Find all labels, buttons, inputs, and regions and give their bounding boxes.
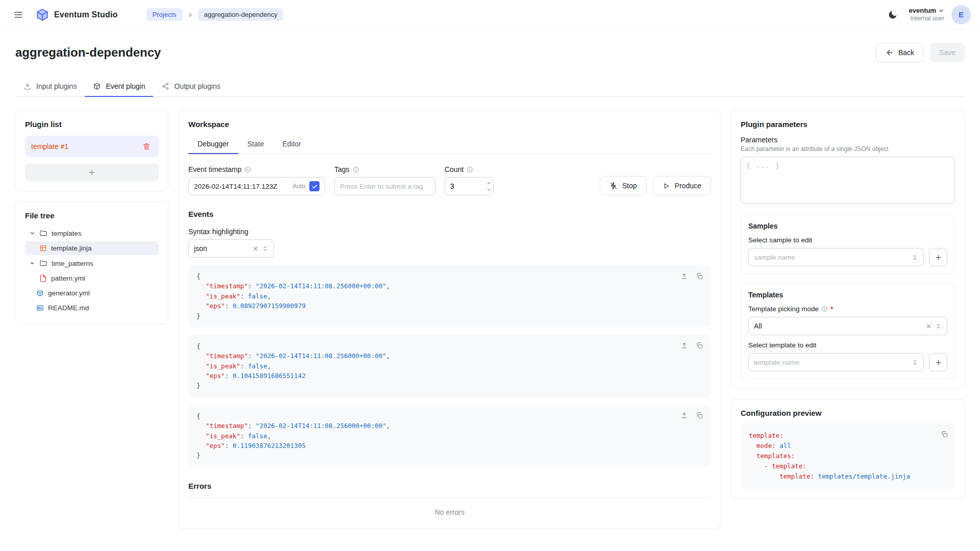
produce-button[interactable]: Produce (653, 176, 711, 195)
count-field-group: Count (445, 165, 494, 195)
template-picking-mode-select[interactable]: All (748, 317, 947, 335)
templates-section: Templates Template picking mode * All (741, 283, 955, 379)
theme-toggle-button[interactable] (884, 6, 902, 24)
chevron-down-icon (29, 260, 35, 266)
tree-file-generator-yml-label: generator.yml (48, 289, 90, 297)
export-event-button[interactable] (677, 409, 691, 422)
add-plugin-button[interactable] (25, 163, 159, 182)
back-button-label: Back (898, 48, 914, 57)
tree-file-template-jinja[interactable]: template.jinja (25, 241, 159, 255)
folder-icon (39, 259, 47, 267)
tree-folder-time-patterns-label: time_patterns (52, 260, 93, 267)
tree-folder-templates[interactable]: templates (25, 226, 159, 240)
tab-editor[interactable]: Editor (273, 135, 310, 154)
tab-debugger[interactable]: Debugger (188, 135, 238, 154)
plus-icon (935, 359, 942, 366)
event-json-card: { "timestamp": "2026-02-14T14:11:08.2560… (188, 335, 711, 397)
errors-title: Errors (188, 482, 711, 490)
workspace-card: Workspace Debugger State Editor Event ti… (179, 110, 721, 529)
stop-button[interactable]: Stop (600, 176, 647, 195)
yaml-file-icon (39, 274, 47, 282)
event-json-card: { "timestamp": "2026-02-14T14:11:08.2560… (188, 265, 711, 328)
syntax-select-value: json (194, 244, 248, 253)
export-event-button[interactable] (677, 339, 691, 353)
back-button[interactable]: Back (876, 43, 924, 62)
tab-input-plugins[interactable]: Input plugins (15, 77, 85, 97)
page: aggregation-dependency Back Save Input p… (0, 43, 980, 549)
debugger-form: Event timestamp Auto (188, 165, 711, 195)
count-decrement-button[interactable] (486, 186, 492, 193)
hamburger-menu-button[interactable] (9, 6, 28, 24)
arrow-left-icon (886, 48, 894, 57)
tags-input[interactable] (334, 177, 435, 195)
syntax-select[interactable]: json (188, 239, 274, 258)
template-file-icon (39, 244, 47, 252)
timestamp-label: Event timestamp (188, 165, 241, 173)
info-icon (467, 166, 473, 173)
tab-state[interactable]: State (238, 135, 274, 154)
plus-icon (935, 254, 942, 261)
left-sidebar: Plugin list template #1 File tree (15, 110, 168, 324)
breadcrumb-projects[interactable]: Projects (146, 8, 183, 21)
template-picking-mode-label: Template picking mode (748, 305, 819, 313)
copy-event-button[interactable] (693, 409, 706, 422)
app-logo-icon (36, 8, 49, 21)
config-preview-title: Configuration preview (741, 409, 955, 417)
timestamp-input[interactable] (194, 183, 288, 190)
config-preview-card: Configuration preview template: mode: al… (731, 399, 965, 498)
tab-output-plugins[interactable]: Output plugins (153, 77, 228, 97)
syntax-highlighting-label: Syntax highlighting (188, 228, 711, 236)
tab-event-plugin[interactable]: Event plugin (85, 77, 153, 97)
chevron-down-icon (29, 230, 35, 236)
clear-icon[interactable] (925, 323, 932, 330)
tree-file-readme-md-label: README.md (48, 304, 89, 312)
tags-field-group: Tags (334, 165, 435, 195)
delete-plugin-button[interactable] (140, 140, 153, 153)
event-json: { "timestamp": "2026-02-14T14:11:08.2560… (197, 411, 703, 461)
select-template-label: Select template to edit (748, 341, 947, 349)
info-icon (244, 166, 251, 173)
tree-file-template-jinja-label: template.jinja (51, 244, 92, 252)
file-tree-title: File tree (25, 211, 159, 220)
copy-event-button[interactable] (693, 339, 706, 353)
tree-folder-time-patterns[interactable]: time_patterns (25, 256, 159, 270)
unfold-icon (912, 254, 918, 261)
produce-button-label: Produce (675, 182, 701, 190)
sample-select-placeholder: sample name (754, 254, 908, 261)
parameters-hint: Each parameter is an attribute of a sing… (741, 145, 955, 153)
chevron-down-icon (938, 8, 944, 14)
save-button[interactable]: Save (930, 43, 965, 62)
tree-file-readme-md[interactable]: README.md (25, 301, 159, 315)
tree-file-pattern-yml[interactable]: pattern.yml (25, 271, 159, 285)
auto-checkbox[interactable] (309, 181, 320, 191)
tree-file-generator-yml[interactable]: generator.yml (25, 286, 159, 300)
copy-event-button[interactable] (693, 269, 706, 283)
export-event-button[interactable] (677, 269, 691, 283)
count-label: Count (445, 165, 463, 173)
plus-icon (88, 168, 96, 177)
sample-select[interactable]: sample name (748, 248, 924, 266)
count-increment-button[interactable] (486, 180, 492, 186)
tab-event-plugin-label: Event plugin (106, 82, 145, 90)
play-icon (663, 182, 670, 190)
clear-icon[interactable] (252, 245, 259, 252)
add-template-button[interactable] (929, 353, 947, 371)
trash-icon (142, 142, 151, 151)
event-plugin-icon (93, 82, 101, 90)
plugin-list-item[interactable]: template #1 (25, 136, 159, 157)
template-select[interactable]: template name (748, 353, 924, 371)
unfold-icon (262, 245, 268, 252)
avatar[interactable]: E (951, 5, 971, 24)
folder-icon (39, 229, 47, 237)
flash-off-icon (609, 182, 618, 190)
right-sidebar: Plugin parameters Parameters Each parame… (731, 110, 965, 498)
plugin-list-title: Plugin list (25, 120, 159, 129)
add-sample-button[interactable] (929, 248, 947, 266)
tab-output-plugins-label: Output plugins (174, 82, 220, 90)
plugin-parameters-title: Plugin parameters (741, 120, 955, 129)
parameters-input[interactable] (741, 157, 955, 204)
hamburger-icon (13, 10, 23, 20)
user-name: eventum (909, 7, 936, 15)
user-menu[interactable]: eventum (909, 7, 944, 15)
copy-config-button[interactable] (938, 428, 951, 441)
